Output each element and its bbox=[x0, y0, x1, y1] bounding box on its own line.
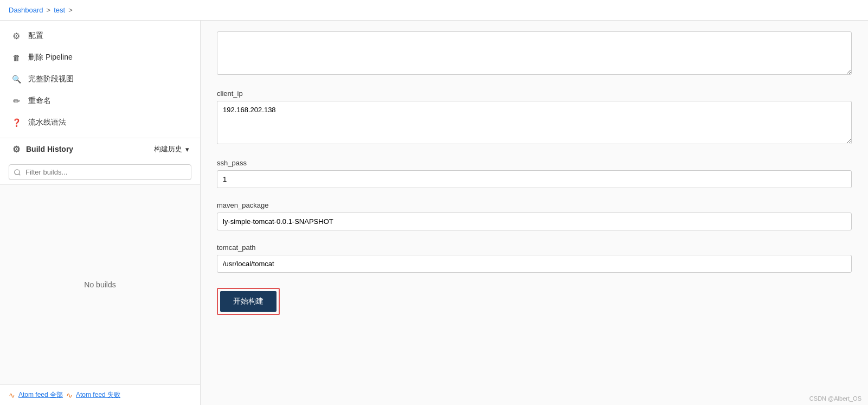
field-ssh-pass[interactable]: 1 bbox=[217, 170, 852, 188]
build-history-left-label: Build History bbox=[26, 145, 73, 153]
form-field-tomcat-path: tomcat_path /usr/local/tomcat bbox=[217, 243, 852, 273]
breadcrumb-bar: Dashboard > test > bbox=[0, 0, 868, 21]
form-field-textarea-top bbox=[217, 31, 852, 76]
field-maven-package[interactable]: ly-simple-tomcat-0.0.1-SNAPSHOT bbox=[217, 213, 852, 230]
label-client-ip: client_ip bbox=[217, 89, 852, 98]
sidebar-item-rename-label: 重命名 bbox=[28, 96, 51, 106]
field-tomcat-path[interactable]: /usr/local/tomcat bbox=[217, 255, 852, 273]
label-maven-package: maven_package bbox=[217, 201, 852, 209]
sidebar-item-config[interactable]: 配置 bbox=[0, 25, 200, 47]
start-build-button[interactable]: 开始构建 bbox=[220, 291, 277, 312]
build-button-wrapper: 开始构建 bbox=[217, 288, 280, 315]
atom-feed-all-link[interactable]: Atom feed 全部 bbox=[18, 390, 63, 400]
field-client-ip[interactable]: 192.168.202.138 bbox=[217, 101, 852, 144]
label-tomcat-path: tomcat_path bbox=[217, 243, 852, 252]
content-area: client_ip 192.168.202.138 ssh_pass 1 mav… bbox=[201, 21, 868, 405]
question-icon bbox=[11, 117, 22, 128]
no-builds-area: No builds bbox=[0, 184, 200, 385]
field-textarea-top[interactable] bbox=[217, 31, 852, 75]
breadcrumb-test[interactable]: test bbox=[54, 6, 65, 14]
no-builds-text: No builds bbox=[84, 280, 115, 289]
form-field-ssh-pass: ssh_pass 1 bbox=[217, 159, 852, 188]
main-layout: 配置 删除 Pipeline 完整阶段视图 重命名 流水线语法 bbox=[0, 21, 868, 405]
sidebar-item-rename[interactable]: 重命名 bbox=[0, 90, 200, 112]
build-history-left: Build History bbox=[11, 144, 73, 155]
search-icon bbox=[11, 74, 22, 85]
form-field-maven-package: maven_package ly-simple-tomcat-0.0.1-SNA… bbox=[217, 201, 852, 230]
build-history-header: Build History 构建历史 bbox=[0, 138, 200, 160]
filter-input-wrap bbox=[0, 160, 200, 184]
sidebar-item-full-stage-view[interactable]: 完整阶段视图 bbox=[0, 68, 200, 90]
build-history-right[interactable]: 构建历史 bbox=[154, 144, 189, 154]
sidebar-item-config-label: 配置 bbox=[28, 31, 43, 41]
rss-icon-failed: ∿ bbox=[66, 391, 73, 400]
atom-feeds: ∿ Atom feed 全部 ∿ Atom feed 失败 bbox=[0, 385, 200, 405]
form-field-client-ip: client_ip 192.168.202.138 bbox=[217, 89, 852, 146]
footer-text: CSDN @Albert_OS bbox=[809, 395, 861, 402]
rss-icon-all: ∿ bbox=[9, 391, 15, 400]
sidebar-item-full-stage-view-label: 完整阶段视图 bbox=[28, 74, 74, 84]
sidebar: 配置 删除 Pipeline 完整阶段视图 重命名 流水线语法 bbox=[0, 21, 201, 405]
breadcrumb-sep-2: > bbox=[68, 6, 73, 14]
filter-builds-input[interactable] bbox=[9, 164, 191, 180]
build-history-icon bbox=[11, 144, 22, 155]
breadcrumb-dashboard[interactable]: Dashboard bbox=[9, 6, 43, 14]
sidebar-item-pipeline-syntax[interactable]: 流水线语法 bbox=[0, 112, 200, 133]
breadcrumb-sep-1: > bbox=[47, 6, 51, 14]
chevron-down-icon bbox=[185, 145, 189, 153]
sidebar-item-delete-pipeline-label: 删除 Pipeline bbox=[28, 53, 73, 62]
atom-feed-failed-link[interactable]: Atom feed 失败 bbox=[76, 390, 120, 400]
sidebar-menu: 配置 删除 Pipeline 完整阶段视图 重命名 流水线语法 bbox=[0, 21, 200, 138]
label-ssh-pass: ssh_pass bbox=[217, 159, 852, 167]
sidebar-item-delete-pipeline[interactable]: 删除 Pipeline bbox=[0, 47, 200, 68]
gear-icon bbox=[11, 30, 22, 41]
pencil-icon bbox=[11, 95, 22, 106]
sidebar-item-pipeline-syntax-label: 流水线语法 bbox=[28, 118, 66, 127]
trash-icon bbox=[11, 52, 22, 63]
build-history-right-label: 构建历史 bbox=[154, 144, 182, 154]
